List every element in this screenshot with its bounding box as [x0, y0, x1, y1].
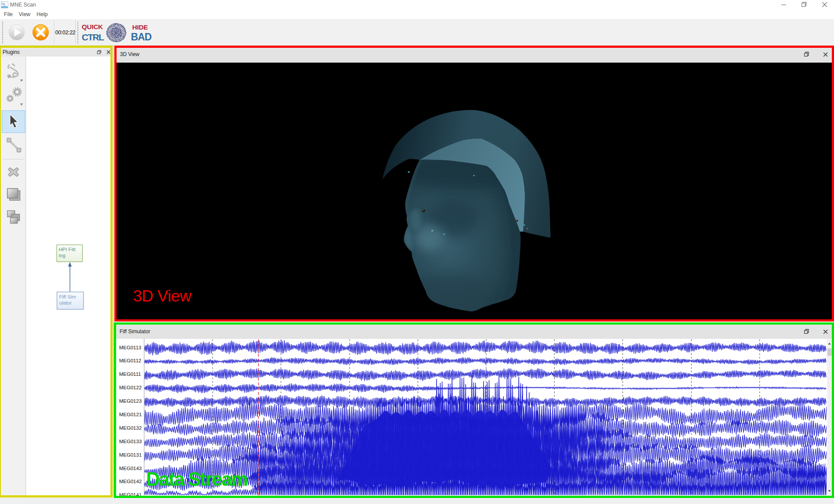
- svg-text:Sc: Sc: [2, 2, 6, 6]
- svg-text:ulator: ulator: [59, 300, 72, 305]
- svg-text:HPI Fitt: HPI Fitt: [59, 247, 76, 252]
- svg-text:Fiff Sim: Fiff Sim: [59, 294, 76, 299]
- svg-text:ing: ing: [59, 253, 65, 258]
